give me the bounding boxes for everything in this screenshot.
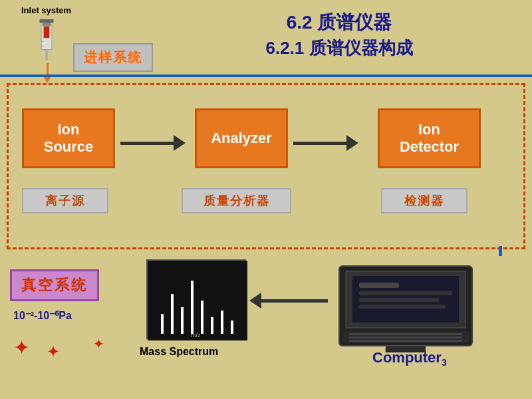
arrow-computer-to-spectrum [249, 293, 328, 309]
svg-rect-16 [221, 311, 223, 334]
svg-rect-10 [161, 314, 164, 334]
computer-icon [326, 253, 492, 359]
mass-spectrum-chart: m/z [146, 259, 246, 339]
computer-text: Computer [372, 349, 442, 366]
ion-detector-box: IonDetector [378, 108, 481, 168]
syringe-icon [37, 15, 57, 61]
analyzer-box: Analyzer [195, 108, 288, 168]
ion-source-cn-label: 离子源 [22, 188, 108, 213]
svg-rect-15 [211, 317, 213, 334]
computer-label: Computer3 [372, 349, 447, 368]
svg-rect-29 [359, 305, 446, 309]
svg-rect-2 [44, 27, 50, 39]
arrow-shaft-2 [293, 142, 346, 145]
mass-spectrum-label: Mass Spectrum [140, 346, 218, 358]
arrow-head-2 [346, 135, 358, 151]
svg-rect-13 [191, 281, 194, 334]
arrow-analyzer-to-detector [293, 135, 358, 151]
analyzer-cn-label: 质量分析器 [182, 188, 291, 213]
svg-rect-0 [45, 50, 48, 61]
star-icon-1: ✦ [13, 336, 30, 359]
title-line2: 6.2.1 质谱仪器构成 [160, 37, 519, 60]
title-line1: 6.2 质谱仪器 [160, 10, 519, 35]
pressure-text: 10⁻²-10⁻⁶Pa [13, 310, 72, 321]
svg-rect-11 [171, 294, 174, 334]
vacuum-system-box: 真空系统 [10, 269, 99, 301]
main-diagram-area: Ion Source Analyzer IonDetector 离子源 质量分析… [7, 83, 525, 249]
svg-rect-17 [231, 321, 233, 334]
arrow-source-to-analyzer [120, 135, 186, 151]
bottom-section: 真空系统 10⁻²-10⁻⁶Pa ✦ ✦ ✦ m/z Mass Spectrum [0, 256, 532, 399]
star-icon-3: ✦ [93, 336, 104, 352]
svg-rect-26 [359, 283, 399, 288]
svg-text:m/z: m/z [191, 332, 201, 338]
blue-separator-line [0, 74, 532, 77]
arrow-left-shaft [261, 299, 328, 303]
detector-cn-label: 检测器 [381, 188, 467, 213]
svg-rect-27 [359, 291, 452, 295]
ion-source-label: Ion Source [32, 121, 105, 156]
vacuum-label: 真空系统 [21, 277, 88, 293]
arrow-left-head [249, 293, 261, 309]
ion-detector-label: IonDetector [400, 121, 459, 156]
svg-rect-4 [40, 19, 54, 23]
ion-source-box: Ion Source [22, 108, 115, 168]
svg-rect-24 [349, 340, 462, 342]
svg-rect-12 [181, 307, 184, 334]
arrow-shaft [120, 142, 174, 145]
svg-rect-14 [201, 301, 203, 334]
svg-rect-22 [349, 333, 462, 335]
header-section: Inlet system 进样系统 6.2 质谱仪器 6.2.1 质谱仪器构成 [0, 0, 532, 86]
arrow-head [174, 135, 186, 151]
inlet-label: Inlet system [21, 5, 71, 15]
svg-rect-23 [349, 336, 462, 338]
svg-rect-28 [359, 298, 439, 302]
inlet-system-box: 进样系统 [73, 43, 153, 72]
vacuum-pressure-label: 10⁻²-10⁻⁶Pa [13, 309, 72, 322]
star-icon-2: ✦ [47, 342, 60, 361]
analyzer-label: Analyzer [211, 130, 272, 147]
